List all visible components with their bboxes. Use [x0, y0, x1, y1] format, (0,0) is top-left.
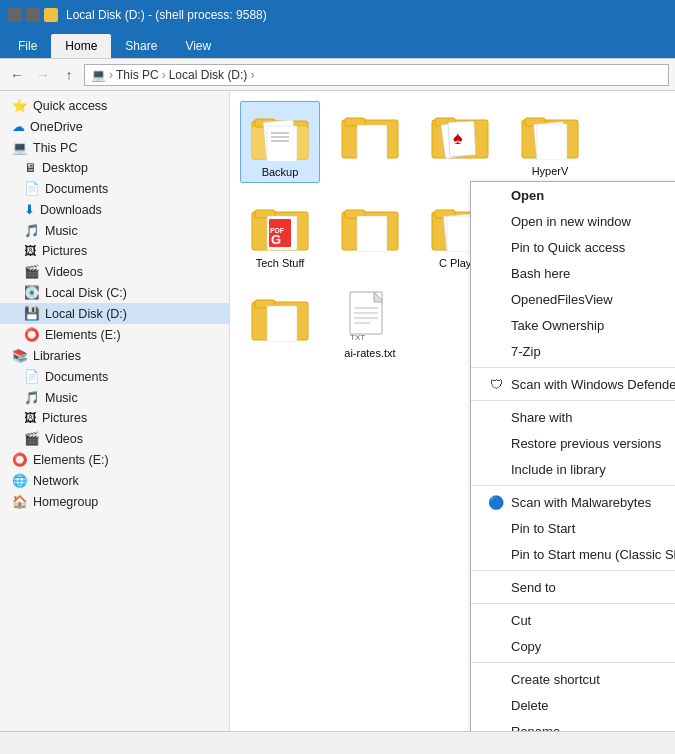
ctx-take-ownership[interactable]: Take Ownership	[471, 312, 675, 338]
ctx-openedfilesview[interactable]: OpenedFilesView	[471, 286, 675, 312]
file-icon-hyperv	[518, 105, 582, 165]
sidebar-item-disk-c[interactable]: Local Disk (C:)	[0, 282, 229, 303]
network-icon	[12, 473, 28, 488]
sidebar-item-disk-d[interactable]: Local Disk (D:)	[0, 303, 229, 324]
pc-icon	[12, 140, 28, 155]
path-thispc: This PC	[116, 68, 159, 82]
file-icon-9	[248, 287, 312, 347]
quickaccess-icon	[12, 98, 28, 113]
tab-view[interactable]: View	[171, 34, 225, 58]
sidebar-item-videos[interactable]: Videos	[0, 261, 229, 282]
disk-c-icon	[24, 285, 40, 300]
file-item-backup[interactable]: Backup	[240, 101, 320, 183]
ctx-create-shortcut[interactable]: Create shortcut	[471, 666, 675, 692]
ctx-sep-3	[471, 485, 675, 486]
ctx-pin-quickaccess[interactable]: Pin to Quick access	[471, 234, 675, 260]
svg-text:♠: ♠	[453, 128, 463, 148]
svg-rect-4	[267, 126, 297, 161]
sidebar-item-lib-documents[interactable]: Documents	[0, 366, 229, 387]
ctx-sep-6	[471, 662, 675, 663]
title-icon-3	[44, 8, 58, 22]
sidebar-item-elements2[interactable]: Elements (E:)	[0, 449, 229, 470]
sidebar-item-lib-pictures[interactable]: Pictures	[0, 408, 229, 428]
sidebar-item-network[interactable]: Network	[0, 470, 229, 491]
file-icon-2	[338, 105, 402, 165]
path-icon: 💻	[91, 68, 106, 82]
tab-file[interactable]: File	[4, 34, 51, 58]
title-icon-1	[8, 8, 22, 22]
forward-button[interactable]: →	[32, 64, 54, 86]
up-button[interactable]: ↑	[58, 64, 80, 86]
sidebar-item-homegroup[interactable]: Homegroup	[0, 491, 229, 512]
address-path[interactable]: 💻 › This PC › Local Disk (D:) ›	[84, 64, 669, 86]
sidebar-item-documents[interactable]: Documents	[0, 178, 229, 199]
file-name-airates: ai-rates.txt	[344, 347, 395, 359]
title-text: Local Disk (D:) - (shell process: 9588)	[66, 8, 667, 22]
ctx-cut[interactable]: Cut	[471, 607, 675, 633]
ctx-rename[interactable]: Rename	[471, 718, 675, 731]
file-item-3[interactable]: ♠	[420, 101, 500, 183]
ctx-sep-4	[471, 570, 675, 571]
ctx-7zip[interactable]: 7-Zip	[471, 338, 675, 364]
elements2-icon	[12, 452, 28, 467]
libraries-icon	[12, 348, 28, 363]
sidebar-item-libraries[interactable]: Libraries	[0, 345, 229, 366]
file-item-hyperv[interactable]: HyperV	[510, 101, 590, 183]
svg-rect-19	[537, 124, 567, 160]
ctx-include-library[interactable]: Include in library	[471, 456, 675, 482]
sidebar-item-thispc[interactable]: This PC	[0, 137, 229, 158]
tab-share[interactable]: Share	[111, 34, 171, 58]
file-icon-airates: TXT	[338, 287, 402, 347]
sidebar-item-elements-e[interactable]: Elements (E:)	[0, 324, 229, 345]
back-button[interactable]: ←	[6, 64, 28, 86]
file-name-hyperv: HyperV	[532, 165, 569, 177]
sidebar-item-onedrive[interactable]: OneDrive	[0, 116, 229, 137]
ctx-scan-defender[interactable]: 🛡 Scan with Windows Defender...	[471, 371, 675, 397]
file-icon-3: ♠	[428, 105, 492, 165]
ctx-pin-start[interactable]: Pin to Start	[471, 515, 675, 541]
file-item-6[interactable]	[330, 193, 410, 273]
title-bar: Local Disk (D:) - (shell process: 9588)	[0, 0, 675, 30]
ctx-bash[interactable]: Bash here	[471, 260, 675, 286]
sidebar-item-lib-videos[interactable]: Videos	[0, 428, 229, 449]
lib-documents-icon	[24, 369, 40, 384]
context-menu: Open Open in new window Pin to Quick acc…	[470, 181, 675, 731]
ctx-send-to[interactable]: Send to	[471, 574, 675, 600]
file-item-9[interactable]	[240, 283, 320, 363]
ctx-scan-malwarebytes[interactable]: 🔵 Scan with Malwarebytes	[471, 489, 675, 515]
disk-d-icon	[24, 306, 40, 321]
pictures-icon	[24, 244, 37, 258]
file-item-airates[interactable]: TXT ai-rates.txt	[330, 283, 410, 363]
ctx-delete[interactable]: Delete	[471, 692, 675, 718]
file-icon-techstuff: PDF G	[248, 197, 312, 257]
ribbon-tabs: File Home Share View	[0, 30, 675, 58]
sidebar-item-desktop[interactable]: Desktop	[0, 158, 229, 178]
ctx-copy[interactable]: Copy	[471, 633, 675, 659]
svg-text:G: G	[271, 232, 281, 247]
file-icon-backup	[248, 106, 312, 166]
ctx-open-new-window[interactable]: Open in new window	[471, 208, 675, 234]
sidebar-item-pictures[interactable]: Pictures	[0, 241, 229, 261]
ctx-share-with[interactable]: Share with	[471, 404, 675, 430]
onedrive-icon	[12, 119, 25, 134]
music-icon	[24, 223, 40, 238]
title-bar-icons	[8, 8, 58, 22]
svg-text:TXT: TXT	[350, 333, 365, 342]
ctx-open[interactable]: Open	[471, 182, 675, 208]
sidebar-item-music[interactable]: Music	[0, 220, 229, 241]
sidebar-item-lib-music[interactable]: Music	[0, 387, 229, 408]
ctx-restore-versions[interactable]: Restore previous versions	[471, 430, 675, 456]
ctx-pin-start-classic[interactable]: Pin to Start menu (Classic Shell)	[471, 541, 675, 567]
sidebar-item-downloads[interactable]: Downloads	[0, 199, 229, 220]
title-icon-2	[26, 8, 40, 22]
tab-home[interactable]: Home	[51, 34, 111, 58]
file-item-techstuff[interactable]: PDF G Tech Stuff	[240, 193, 320, 273]
sidebar-item-quickaccess[interactable]: Quick access	[0, 95, 229, 116]
elements-icon	[24, 327, 40, 342]
downloads-icon	[24, 202, 35, 217]
ctx-sep-2	[471, 400, 675, 401]
svg-rect-28	[357, 216, 387, 252]
lib-music-icon	[24, 390, 40, 405]
file-item-2[interactable]	[330, 101, 410, 183]
file-name-backup: Backup	[262, 166, 299, 178]
